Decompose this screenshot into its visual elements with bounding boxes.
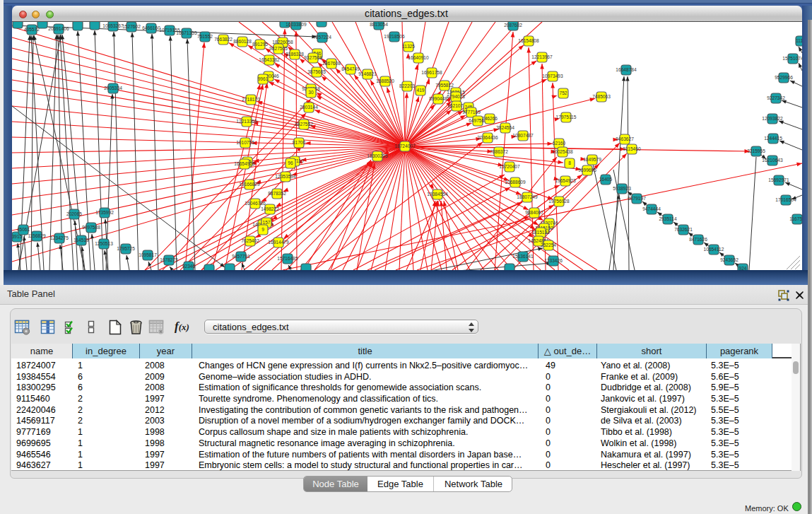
svg-text:2718170: 2718170 bbox=[242, 97, 260, 102]
svg-text:19756928: 19756928 bbox=[548, 199, 570, 204]
svg-text:7955812: 7955812 bbox=[435, 83, 454, 88]
svg-text:891295: 891295 bbox=[252, 42, 268, 47]
svg-text:16033809: 16033809 bbox=[286, 22, 307, 27]
svg-text:116753: 116753 bbox=[789, 216, 802, 221]
svg-text:1588520: 1588520 bbox=[376, 78, 394, 83]
svg-text:9699695: 9699695 bbox=[578, 168, 596, 173]
svg-text:1527602: 1527602 bbox=[122, 24, 141, 29]
svg-text:19166829: 19166829 bbox=[239, 182, 260, 187]
svg-text:18807249: 18807249 bbox=[517, 194, 538, 199]
svg-text:1678275: 1678275 bbox=[160, 257, 178, 262]
svg-text:746266: 746266 bbox=[482, 116, 498, 121]
svg-text:9529966: 9529966 bbox=[775, 75, 793, 80]
svg-text:17016504: 17016504 bbox=[775, 197, 796, 202]
svg-text:252254: 252254 bbox=[541, 243, 556, 247]
svg-text:16648784: 16648784 bbox=[616, 67, 637, 72]
svg-text:10654112: 10654112 bbox=[704, 247, 724, 252]
svg-text:8454749: 8454749 bbox=[341, 66, 360, 71]
svg-text:1849579: 1849579 bbox=[583, 157, 601, 162]
svg-text:92346: 92346 bbox=[182, 264, 196, 269]
svg-text:9327508: 9327508 bbox=[304, 55, 322, 60]
svg-text:9: 9 bbox=[261, 227, 264, 232]
svg-text:114519: 114519 bbox=[73, 238, 89, 243]
svg-text:16671355: 16671355 bbox=[176, 30, 197, 35]
svg-text:8: 8 bbox=[568, 160, 571, 165]
svg-text:9777169: 9777169 bbox=[462, 110, 481, 115]
svg-text:9463627: 9463627 bbox=[616, 136, 634, 141]
svg-text:19384554: 19384554 bbox=[427, 192, 448, 197]
svg-text:9961: 9961 bbox=[258, 76, 269, 81]
svg-text:9884067: 9884067 bbox=[525, 210, 543, 215]
svg-text:8878352: 8878352 bbox=[268, 191, 286, 196]
svg-text:202065: 202065 bbox=[66, 211, 82, 216]
svg-text:6794028: 6794028 bbox=[447, 94, 465, 99]
svg-text:7857224: 7857224 bbox=[313, 35, 331, 40]
svg-text:5938923: 5938923 bbox=[613, 186, 631, 191]
svg-text:9097588: 9097588 bbox=[82, 225, 100, 230]
svg-text:2867608: 2867608 bbox=[322, 61, 341, 66]
svg-text:7485063: 7485063 bbox=[592, 94, 611, 99]
svg-text:7625402: 7625402 bbox=[241, 238, 259, 243]
svg-text:8813054: 8813054 bbox=[370, 22, 388, 27]
svg-text:1095817: 1095817 bbox=[139, 252, 157, 257]
svg-text:2905334: 2905334 bbox=[104, 86, 122, 90]
svg-text:81700: 81700 bbox=[293, 140, 306, 145]
svg-text:1735992: 1735992 bbox=[95, 210, 114, 215]
svg-text:19654923: 19654923 bbox=[555, 178, 576, 183]
svg-text:20364436: 20364436 bbox=[477, 135, 498, 140]
svg-text:8471626: 8471626 bbox=[689, 237, 707, 242]
svg-text:16914479: 16914479 bbox=[268, 240, 289, 245]
svg-text:8990448: 8990448 bbox=[429, 96, 447, 101]
svg-text:8186328: 8186328 bbox=[286, 52, 304, 57]
svg-text:8427552: 8427552 bbox=[295, 122, 313, 127]
svg-text:1733426: 1733426 bbox=[544, 258, 563, 263]
svg-text:9227342: 9227342 bbox=[767, 95, 785, 100]
svg-text:1498222: 1498222 bbox=[261, 206, 279, 211]
svg-text:10807487: 10807487 bbox=[512, 133, 534, 138]
svg-text:8860128: 8860128 bbox=[233, 39, 252, 44]
svg-text:16046786: 16046786 bbox=[245, 201, 266, 206]
svg-text:1244415: 1244415 bbox=[764, 136, 782, 141]
svg-text:7632621: 7632621 bbox=[674, 227, 693, 232]
svg-text:751552: 751552 bbox=[197, 34, 213, 39]
svg-text:16154808: 16154808 bbox=[518, 38, 539, 43]
svg-text:12353594: 12353594 bbox=[275, 174, 296, 179]
svg-text:1234275: 1234275 bbox=[50, 235, 69, 240]
svg-text:17975115: 17975115 bbox=[556, 115, 577, 119]
svg-text:6466160: 6466160 bbox=[142, 25, 160, 30]
svg-text:924: 924 bbox=[739, 266, 746, 270]
svg-text:16543382: 16543382 bbox=[259, 57, 280, 62]
svg-text:3824554: 3824554 bbox=[496, 125, 514, 130]
svg-text:10025438: 10025438 bbox=[552, 149, 573, 154]
svg-text:12093822: 12093822 bbox=[762, 116, 783, 121]
svg-text:7663822: 7663822 bbox=[214, 37, 233, 42]
svg-text:15716485: 15716485 bbox=[277, 256, 298, 261]
svg-text:20691406: 20691406 bbox=[48, 26, 69, 31]
svg-text:752: 752 bbox=[559, 90, 567, 95]
svg-text:15751074: 15751074 bbox=[782, 56, 802, 61]
svg-text:1117: 1117 bbox=[796, 38, 802, 43]
svg-text:9243652: 9243652 bbox=[720, 257, 739, 262]
svg-text:9115460: 9115460 bbox=[623, 146, 641, 151]
svg-text:2935114: 2935114 bbox=[659, 216, 677, 221]
svg-text:1156829: 1156829 bbox=[28, 233, 46, 238]
svg-text:2803144: 2803144 bbox=[300, 105, 318, 110]
svg-text:9457791: 9457791 bbox=[232, 254, 250, 259]
svg-text:1621072: 1621072 bbox=[447, 103, 466, 108]
svg-text:822203: 822203 bbox=[399, 83, 415, 88]
svg-text:19218506: 19218506 bbox=[384, 34, 405, 39]
svg-text:16654926: 16654926 bbox=[234, 161, 255, 166]
svg-text:16405: 16405 bbox=[599, 177, 613, 182]
svg-text:1250513: 1250513 bbox=[95, 241, 113, 246]
svg-text:10973493: 10973493 bbox=[542, 74, 563, 78]
svg-text:7886372: 7886372 bbox=[490, 149, 508, 154]
svg-text:30: 30 bbox=[308, 90, 314, 95]
svg-text:6879197: 6879197 bbox=[628, 196, 646, 201]
svg-text:62160: 62160 bbox=[553, 141, 566, 146]
svg-text:18300295: 18300295 bbox=[367, 153, 388, 158]
svg-text:15692971: 15692971 bbox=[768, 177, 789, 182]
svg-text:9146821: 9146821 bbox=[358, 71, 377, 76]
svg-text:15720407: 15720407 bbox=[499, 164, 520, 169]
svg-text:405572: 405572 bbox=[24, 27, 40, 32]
svg-text:10688609: 10688609 bbox=[505, 180, 526, 185]
